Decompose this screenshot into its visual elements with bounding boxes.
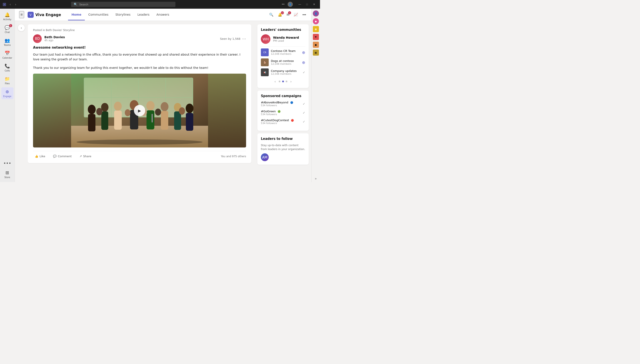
close-button[interactable]: ✕ — [311, 2, 317, 6]
hamburger-button[interactable]: ≡ — [19, 11, 24, 18]
svg-point-26 — [125, 109, 130, 116]
campaign-name-2: #GoGreen 🟢 — [261, 110, 302, 113]
svg-rect-17 — [147, 110, 154, 130]
maximize-button[interactable]: □ — [304, 2, 310, 6]
top-nav-more-button[interactable]: ••• — [301, 12, 307, 18]
like-icon: 👍 — [35, 155, 38, 158]
sidebar-item-label: Engage — [3, 95, 12, 98]
right-sidebar-collapse: » — [315, 177, 317, 180]
leaders-to-follow-title: Leaders to follow — [261, 137, 305, 141]
avatar: 👤 — [288, 2, 293, 7]
comment-action[interactable]: 💬 Comment — [51, 154, 74, 159]
sidebar-item-activity[interactable]: 🔔 Activity — [1, 10, 14, 22]
play-button[interactable]: ▶ — [134, 105, 145, 116]
right-sidebar-icon-2[interactable]: ▦ — [313, 26, 319, 32]
analytics-button[interactable]: 📈 — [293, 12, 299, 18]
like-action[interactable]: 👍 Like — [33, 154, 47, 159]
svg-rect-9 — [88, 114, 95, 132]
sidebar-item-calls[interactable]: 📞 Calls — [1, 62, 14, 74]
right-sidebar-icon-5[interactable]: ▦ — [313, 50, 319, 56]
dots-navigation: ‹ › — [261, 78, 305, 84]
tab-communities[interactable]: Communities — [85, 9, 112, 20]
campaign-info-1: #AboveAndBeyond 🔵 534 followers — [261, 100, 302, 107]
share-action[interactable]: ↗ Share — [78, 154, 93, 159]
sidebar-item-label: Calls — [5, 70, 10, 72]
tab-storylines[interactable]: Storylines — [112, 9, 134, 20]
sidebar-item-label: Files — [5, 82, 10, 85]
post-author-avatar: BD — [33, 34, 42, 43]
dots-prev-button[interactable]: ‹ — [273, 79, 277, 84]
right-sidebar-icon-1[interactable]: ● — [313, 18, 319, 24]
tab-leaders[interactable]: Leaders — [134, 9, 153, 20]
nav-back-button[interactable]: ‹ — [8, 2, 13, 7]
notifications-button[interactable]: 🔔 12 — [277, 12, 283, 18]
chat-badge: 1 — [9, 24, 12, 27]
dots-next-button[interactable]: › — [289, 79, 293, 84]
community-avatar-2: 🐕 — [261, 58, 269, 66]
sponsored-campaigns-title: Sponsored campaigns — [261, 94, 305, 98]
right-sidebar-icon-3[interactable]: ❤ — [313, 34, 319, 40]
tab-home[interactable]: Home — [68, 9, 85, 20]
post-title: Awesome networking event! — [33, 46, 246, 50]
svg-rect-20 — [161, 111, 168, 130]
sidebar-item-store[interactable]: ⊞ Store — [1, 168, 14, 180]
svg-rect-22 — [174, 112, 181, 130]
community-name-2: Dogs at contoso — [271, 59, 294, 62]
campaign-item-1: #AboveAndBeyond 🔵 534 followers ✓ — [261, 100, 305, 107]
sidebar-item-label: Store — [4, 176, 10, 178]
sidebar-item-engage[interactable]: ⊕ Engage — [1, 87, 14, 99]
like-label: Like — [40, 155, 45, 158]
post-reactions: You and 975 others — [221, 154, 246, 159]
messages-button[interactable]: ✉ 5 — [286, 12, 290, 18]
back-button[interactable]: ‹ — [18, 24, 25, 31]
sidebar-item-teams[interactable]: 👥 Teams — [1, 36, 14, 48]
sidebar-item-label: Chat — [5, 31, 10, 34]
right-sidebar-avatar-1[interactable]: 👤 — [313, 10, 319, 16]
leaders-communities-card: Leaders' communities WH Wanda Howard PM … — [257, 24, 309, 88]
campaign-name-1: #AboveAndBeyond 🔵 — [261, 100, 302, 104]
leaders-communities-title: Leaders' communities — [261, 28, 305, 32]
search-input[interactable] — [79, 3, 173, 6]
titlebar: ⊞ ‹ › 🔍 ••• 👤 — □ ✕ — [0, 0, 320, 9]
dot-1[interactable] — [279, 80, 280, 82]
community-info-3: Company updates 12,548 members — [271, 69, 297, 75]
featured-leader: WH Wanda Howard PM Lead — [261, 34, 305, 44]
search-button[interactable]: 🔍 — [268, 12, 274, 18]
campaign-badge-2: 🟢 — [278, 110, 281, 113]
notifications-badge: 12 — [281, 11, 284, 14]
tab-answers[interactable]: Answers — [153, 9, 173, 20]
calls-icon: 📞 — [5, 64, 10, 69]
app-logo: V Viva Engage — [28, 12, 61, 18]
seen-by: Seen by 1,568 — [220, 37, 240, 40]
community-join-2[interactable]: ⊕ — [302, 60, 305, 65]
viva-engage-logo-icon: V — [28, 12, 34, 18]
sidebar-item-more[interactable]: ••• — [1, 159, 14, 168]
search-bar[interactable]: 🔍 — [71, 2, 175, 7]
dot-3[interactable] — [286, 80, 287, 82]
post-body-1: Our team just had a networking in the of… — [33, 52, 246, 62]
community-join-1[interactable]: ⊕ — [302, 50, 305, 55]
svg-point-16 — [146, 101, 155, 110]
community-avatar-1: CR — [261, 48, 269, 56]
titlebar-actions: ••• 👤 — □ ✕ — [280, 2, 317, 7]
campaign-info-3: #CutestDogContest 🔴 534 followers — [261, 118, 302, 125]
sidebar-item-chat[interactable]: 💬 Chat 1 — [1, 23, 14, 35]
collapse-button[interactable]: » — [315, 177, 317, 180]
campaign-followers-3: 534 followers — [261, 122, 302, 125]
svg-point-19 — [161, 102, 168, 111]
svg-point-23 — [186, 104, 193, 113]
community-members-3: 12,548 members — [271, 72, 297, 75]
post-author-name: Beth Davies — [44, 36, 65, 39]
post-more-button[interactable]: ⋯ — [242, 36, 246, 41]
leader-follow-item: AM — [261, 153, 305, 161]
nav-forward-button[interactable]: › — [13, 2, 18, 7]
minimize-button[interactable]: — — [296, 2, 303, 6]
content-area: ‹ Posted in Beth Davies' Storyline BD Be… — [15, 21, 311, 182]
right-sidebar-icon-4[interactable]: ● — [313, 42, 319, 48]
titlebar-more-button[interactable]: ••• — [280, 2, 286, 7]
dot-2[interactable] — [282, 80, 284, 82]
sidebar-item-files[interactable]: 📁 Files — [1, 74, 14, 86]
campaign-check-2: ✓ — [302, 111, 305, 114]
sidebar-item-calendar[interactable]: 📅 Calendar — [1, 49, 14, 61]
leader-role: PM Lead — [273, 39, 299, 42]
